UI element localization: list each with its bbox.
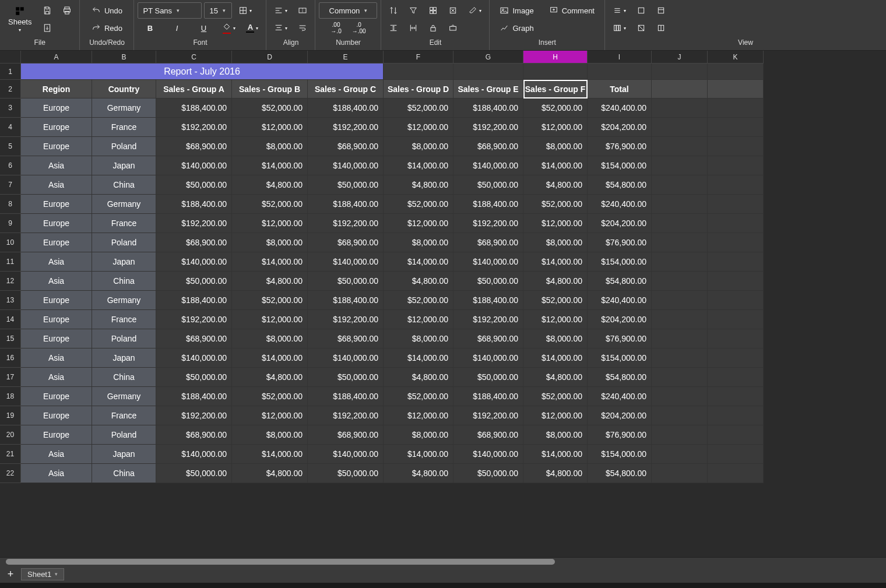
cell[interactable]: Poland	[92, 137, 156, 156]
cell[interactable]	[708, 195, 764, 214]
cell[interactable]: $140,000.00	[453, 348, 523, 368]
cell[interactable]	[523, 64, 588, 80]
cell[interactable]: $240,400.00	[588, 387, 652, 406]
cell[interactable]: Asia	[21, 175, 92, 195]
cell[interactable]: $8,000.00	[384, 137, 453, 156]
cell[interactable]	[652, 291, 708, 310]
print-button[interactable]	[58, 2, 76, 19]
cell[interactable]: $8,000.00	[384, 329, 453, 348]
cell[interactable]: China	[92, 464, 156, 483]
row-header[interactable]: 2	[0, 80, 21, 98]
cell[interactable]: $52,000.00	[523, 195, 588, 214]
select-all-corner[interactable]	[0, 51, 21, 64]
cell[interactable]: $50,000.00	[156, 175, 232, 195]
cell[interactable]: $8,000.00	[523, 425, 588, 445]
cell[interactable]: Europe	[21, 425, 92, 445]
view-panel1-button[interactable]	[632, 2, 650, 19]
cell[interactable]: $8,000.00	[232, 425, 308, 445]
cell[interactable]: $50,000.00	[156, 368, 232, 387]
cell[interactable]: $188,400.00	[308, 195, 384, 214]
cell[interactable]: Europe	[21, 195, 92, 214]
cell[interactable]: $68,900.00	[453, 329, 523, 348]
cell[interactable]: $52,000.00	[523, 291, 588, 310]
row-header[interactable]: 4	[0, 118, 21, 137]
cell[interactable]: $50,000.00	[453, 175, 523, 195]
cell[interactable]: $154,000.00	[588, 348, 652, 368]
cell[interactable]	[652, 98, 708, 118]
cell[interactable]: $14,000.00	[232, 348, 308, 368]
row-header[interactable]: 20	[0, 425, 21, 445]
row-header[interactable]: 11	[0, 252, 21, 272]
column-header-I[interactable]: I	[588, 51, 652, 64]
cell[interactable]: $50,000.00	[453, 272, 523, 291]
cell[interactable]	[708, 64, 764, 80]
cell[interactable]: $192,200.00	[308, 310, 384, 329]
cell[interactable]	[652, 137, 708, 156]
spreadsheet-grid[interactable]: ABCDEFGHIJK 1Report - July 20162RegionCo…	[0, 51, 886, 557]
cell[interactable]: $68,900.00	[453, 233, 523, 252]
cell[interactable]: $192,200.00	[156, 214, 232, 233]
cell[interactable]: $192,200.00	[453, 214, 523, 233]
cell[interactable]: $68,900.00	[308, 329, 384, 348]
row-header[interactable]: 6	[0, 156, 21, 175]
column-header-H[interactable]: H	[523, 51, 588, 64]
cell[interactable]: $140,000.00	[156, 445, 232, 464]
column-header-F[interactable]: F	[384, 51, 453, 64]
cell[interactable]: $14,000.00	[523, 445, 588, 464]
horizontal-scrollbar[interactable]	[0, 557, 886, 565]
column-header-G[interactable]: G	[453, 51, 523, 64]
cell[interactable]: $12,000.00	[384, 214, 453, 233]
cell[interactable]: $12,000.00	[384, 310, 453, 329]
cell[interactable]	[652, 464, 708, 483]
cell[interactable]	[708, 118, 764, 137]
font-size-select[interactable]: 15▾	[204, 2, 232, 19]
cell[interactable]	[652, 233, 708, 252]
fill-color-button[interactable]: ▾	[218, 20, 240, 36]
cell[interactable]: $154,000.00	[588, 252, 652, 272]
cell[interactable]: $52,000.00	[232, 291, 308, 310]
cell[interactable]: $140,000.00	[453, 252, 523, 272]
cell[interactable]: $14,000.00	[384, 348, 453, 368]
cell[interactable]: $12,000.00	[523, 118, 588, 137]
cell[interactable]: $188,400.00	[453, 387, 523, 406]
cell[interactable]: Poland	[92, 425, 156, 445]
cell[interactable]: $68,900.00	[308, 233, 384, 252]
view-columns-button[interactable]: ▾	[609, 20, 630, 36]
cell[interactable]: $76,900.00	[588, 233, 652, 252]
cell[interactable]: $4,800.00	[384, 175, 453, 195]
borders-button[interactable]: ▾	[234, 2, 256, 19]
cell[interactable]	[652, 118, 708, 137]
cell[interactable]	[652, 406, 708, 425]
cell[interactable]: $50,000.00	[156, 464, 232, 483]
cell[interactable]: Poland	[92, 329, 156, 348]
cell[interactable]	[652, 80, 708, 98]
row-height-button[interactable]	[385, 20, 402, 36]
cell[interactable]	[708, 348, 764, 368]
cell[interactable]	[652, 348, 708, 368]
cell[interactable]: Asia	[21, 368, 92, 387]
column-header-C[interactable]: C	[156, 51, 232, 64]
cell[interactable]: $50,000.00	[156, 272, 232, 291]
cell[interactable]: Sales - Group B	[232, 80, 308, 98]
row-header[interactable]: 22	[0, 464, 21, 483]
cell[interactable]: $192,200.00	[453, 310, 523, 329]
cell[interactable]: $4,800.00	[384, 464, 453, 483]
cell[interactable]: China	[92, 368, 156, 387]
cell[interactable]: $68,900.00	[453, 425, 523, 445]
cell[interactable]	[708, 310, 764, 329]
col-width-button[interactable]	[405, 20, 422, 36]
cell[interactable]: $140,000.00	[308, 252, 384, 272]
cell[interactable]: $12,000.00	[232, 310, 308, 329]
cell[interactable]: $240,400.00	[588, 195, 652, 214]
add-sheet-button[interactable]: +	[3, 567, 17, 581]
cell[interactable]: $8,000.00	[232, 233, 308, 252]
cell[interactable]: France	[92, 214, 156, 233]
cell[interactable]: Germany	[92, 291, 156, 310]
cell[interactable]: $12,000.00	[384, 406, 453, 425]
view-grid-button[interactable]	[652, 20, 670, 36]
cell[interactable]: $4,800.00	[523, 368, 588, 387]
cell[interactable]	[652, 425, 708, 445]
cell[interactable]	[708, 464, 764, 483]
cell[interactable]: Germany	[92, 98, 156, 118]
cell[interactable]: China	[92, 175, 156, 195]
